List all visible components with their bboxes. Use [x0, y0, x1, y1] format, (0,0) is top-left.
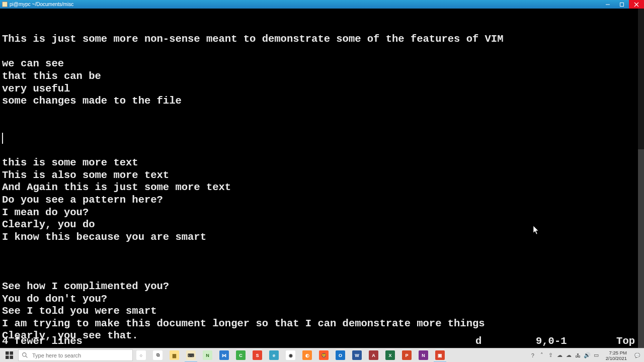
- terminal-area[interactable]: This is just some more non-sense meant t…: [0, 9, 644, 348]
- terminal-line: this is some more text: [2, 157, 644, 169]
- taskbar-app-taskview[interactable]: ⧉: [149, 348, 166, 363]
- taskbar-app-vscode[interactable]: ⋈: [216, 348, 232, 363]
- battery-icon[interactable]: ▭: [592, 348, 601, 363]
- excel-icon: X: [385, 350, 395, 360]
- taskbar-app-excel[interactable]: X: [382, 348, 398, 363]
- taskbar-app-onenote[interactable]: N: [415, 348, 432, 363]
- terminal-line: [2, 120, 644, 132]
- putty-icon: [2, 2, 8, 7]
- terminal-line: [2, 268, 644, 281]
- terminal-line: You do don't you?: [2, 293, 644, 306]
- terminal-line: I am trying to make this document longer…: [2, 318, 644, 330]
- text-cursor: [2, 133, 3, 144]
- taskbar-app-word[interactable]: W: [349, 348, 365, 363]
- taskbar-app-access[interactable]: A: [365, 348, 382, 363]
- terminal-line: some changes made to the file: [2, 95, 644, 108]
- chrome-icon: ◉: [286, 350, 295, 360]
- vscode-icon: ⋈: [219, 350, 229, 360]
- taskbar-app-file-explorer[interactable]: ▆: [166, 348, 183, 363]
- svg-point-8: [23, 353, 26, 356]
- terminal-line: [2, 46, 644, 58]
- taskbar-app-putty[interactable]: ⌨: [183, 348, 199, 363]
- firefox-icon: ◐: [302, 350, 312, 360]
- volume-icon[interactable]: 🔊: [583, 348, 592, 363]
- terminal-line: I know this because you are smart: [2, 231, 644, 244]
- cortana-icon: ○: [136, 350, 146, 360]
- terminal-line: See I told you were smart: [2, 305, 644, 318]
- taskbar-app-snagit[interactable]: ▣: [432, 348, 448, 363]
- network-icon[interactable]: 🖧: [574, 348, 583, 363]
- wps-icon: S: [253, 350, 262, 360]
- taskbar-app-notepadpp[interactable]: N: [199, 348, 216, 363]
- maximize-button[interactable]: [615, 0, 629, 9]
- terminal-line: And Again this is just some more text: [2, 182, 644, 194]
- window-titlebar: pi@mypc ~/Documents/misc: [0, 0, 644, 9]
- terminal-line: [2, 243, 644, 256]
- usb-icon[interactable]: ⇪: [546, 348, 555, 363]
- outlook-icon: O: [336, 350, 345, 360]
- terminal-line: I mean do you?: [2, 207, 644, 219]
- search-placeholder: Type here to search: [32, 352, 81, 358]
- file-explorer-icon: ▆: [170, 350, 179, 360]
- svg-rect-5: [10, 351, 13, 355]
- scrollbar-thumb[interactable]: [638, 149, 644, 348]
- snagit-icon: ▣: [435, 350, 445, 360]
- status-position: 9,0-1: [536, 335, 616, 348]
- taskbar-app-firefox[interactable]: ◐: [299, 348, 315, 363]
- onedrive2-icon[interactable]: ☁: [565, 348, 574, 363]
- taskbar-app-edge[interactable]: e: [266, 348, 282, 363]
- camtasia-icon: C: [236, 350, 246, 360]
- help-icon[interactable]: ?: [528, 348, 537, 363]
- terminal-line: This is also some more text: [2, 169, 644, 182]
- notepadpp-icon: N: [203, 350, 212, 360]
- status-register: d: [475, 335, 536, 348]
- taskbar: Type here to search ○⧉▆⌨N⋈CSe◉◐🦁OWAXPN▣ …: [0, 348, 644, 362]
- terminal-line: [2, 108, 644, 120]
- taskbar-app-brave[interactable]: 🦁: [315, 348, 332, 363]
- taskbar-app-wps[interactable]: S: [249, 348, 266, 363]
- taskbar-app-powerpoint[interactable]: P: [398, 348, 415, 363]
- access-icon: A: [369, 350, 378, 360]
- minimize-button[interactable]: [601, 0, 615, 9]
- clock-date: 2/10/2021: [606, 355, 627, 361]
- taskbar-app-chrome[interactable]: ◉: [282, 348, 299, 363]
- clock-time: 7:25 PM: [609, 350, 627, 355]
- terminal-scrollbar[interactable]: [638, 9, 644, 348]
- powerpoint-icon: P: [402, 350, 412, 360]
- edge-icon: e: [269, 350, 279, 360]
- chevron-up-icon[interactable]: ˄: [537, 348, 546, 363]
- terminal-line: Do you see a pattern here?: [2, 194, 644, 207]
- close-button[interactable]: [629, 0, 644, 9]
- terminal-line: very useful: [2, 83, 644, 96]
- notifications-button[interactable]: 💬: [630, 348, 644, 362]
- terminal-line: Clearly, you do: [2, 219, 644, 231]
- taskbar-clock[interactable]: 7:25 PM 2/10/2021: [603, 348, 630, 362]
- terminal-line: [2, 256, 644, 268]
- taskview-icon: ⧉: [153, 350, 163, 360]
- notification-icon: 💬: [634, 353, 640, 358]
- terminal-line: This is just some more non-sense meant t…: [2, 33, 644, 46]
- word-icon: W: [352, 350, 362, 360]
- terminal-line: [2, 145, 644, 157]
- terminal-line: See how I complimented you?: [2, 281, 644, 293]
- svg-rect-7: [10, 355, 13, 359]
- svg-rect-4: [6, 351, 9, 355]
- svg-line-9: [26, 356, 27, 357]
- svg-rect-6: [6, 355, 9, 359]
- search-icon: [22, 352, 28, 358]
- taskbar-search[interactable]: Type here to search: [18, 349, 133, 361]
- terminal-line: we can see: [2, 58, 644, 70]
- vim-statusline: 4 fewer lines d 9,0-1 Top: [0, 335, 644, 348]
- putty-icon: ⌨: [186, 350, 196, 360]
- brave-icon: 🦁: [319, 350, 329, 360]
- start-button[interactable]: [0, 348, 18, 362]
- svg-rect-1: [620, 3, 624, 6]
- taskbar-app-camtasia[interactable]: C: [232, 348, 249, 363]
- onenote-icon: N: [419, 350, 428, 360]
- taskbar-app-outlook[interactable]: O: [332, 348, 349, 363]
- taskbar-app-cortana[interactable]: ○: [133, 348, 149, 363]
- status-message: 4 fewer lines: [2, 335, 83, 348]
- window-title: pi@mypc ~/Documents/misc: [10, 2, 73, 7]
- onedrive-icon[interactable]: ☁: [555, 348, 565, 363]
- terminal-line: that this can be: [2, 70, 644, 83]
